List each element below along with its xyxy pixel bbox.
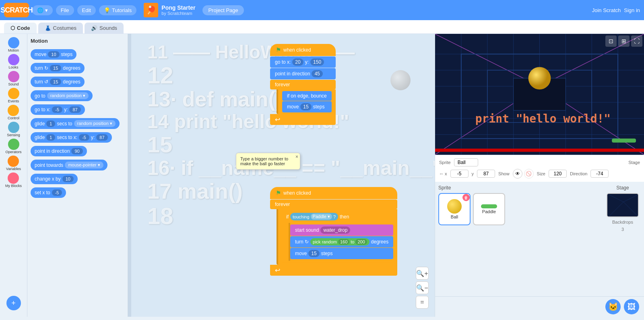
ball-icon [447, 199, 462, 214]
zoom-reset-btn[interactable]: = [416, 296, 429, 309]
sprite-label: Sprite [439, 160, 451, 165]
bounce-block[interactable]: if on edge, bounce [282, 91, 332, 101]
zoom-in-btn[interactable]: 🔍+ [416, 267, 429, 280]
turn-random-block[interactable]: turn ↻ pick random 160 to 200 degrees [290, 236, 393, 247]
main-area: Motion Looks Sound Events Control [0, 34, 644, 317]
goto-xy-block[interactable]: go to x: 20 y: 150 [270, 56, 336, 68]
sounds-icon: 🔊 [91, 25, 97, 31]
svg-rect-27 [435, 149, 644, 152]
code-icon: ⬡ [10, 25, 15, 31]
block-goto-xy[interactable]: go to x: -5 y: 87 [31, 103, 124, 116]
block-turn-ccw[interactable]: turn ↺ 15 degrees [31, 75, 124, 88]
sidebar-item-events[interactable]: Events [8, 88, 19, 103]
sprites-section: Sprite 🗑 Ball Paddle [435, 182, 644, 296]
zoom-out-btn[interactable]: 🔍− [416, 281, 429, 294]
block-glide-xy[interactable]: glide 1 secs to x: -5 y: 87 [31, 131, 124, 144]
sidebar-item-operators[interactable]: Operators [5, 139, 21, 154]
categories-sidebar: Motion Looks Sound Events Control [0, 34, 27, 317]
y-field[interactable] [477, 170, 495, 178]
block-glide-to[interactable]: glide 1 secs to random position ▾ [31, 117, 124, 130]
direction-label: Direction [570, 171, 587, 176]
if-touching-block[interactable]: if touching Paddle ▾ ? then [282, 211, 393, 222]
size-label: Size [537, 171, 545, 176]
block-set-x[interactable]: set x to -5 [31, 186, 124, 199]
add-extension-btn[interactable]: + [6, 296, 21, 314]
svg-rect-29 [607, 194, 639, 217]
size-field[interactable] [549, 170, 567, 178]
sound-val[interactable]: water_drop [320, 226, 350, 234]
add-sprite-btn[interactable]: 🐱 [605, 299, 621, 314]
stage-area: print "hello world!" ⊡ ⊞ ⛶ Sprite Stage [435, 34, 644, 317]
stage-svg: print "hello world!" [435, 34, 644, 155]
project-title[interactable]: Pong Starter [161, 4, 195, 11]
sprite-list-label: Sprite [438, 185, 601, 191]
stage-small-btn[interactable]: ⊡ [605, 35, 617, 47]
stage-thumb-panel: Stage Backdrops 3 [605, 185, 641, 293]
x-field[interactable] [450, 170, 469, 178]
point-dir-val[interactable]: 45 [312, 70, 322, 77]
move-steps-val-2[interactable]: 15 [308, 250, 319, 257]
globe-btn[interactable]: 🌐 ▾ [32, 5, 53, 15]
svg-point-25 [528, 67, 551, 89]
edit-btn[interactable]: Edit [77, 5, 96, 15]
stage-thumb[interactable] [607, 193, 639, 217]
sidebar-item-motion[interactable]: Motion [8, 37, 19, 52]
file-btn[interactable]: File [56, 5, 74, 15]
block-turn-cw[interactable]: turn ↻ 15 degrees [31, 62, 124, 75]
tooltip-close-btn[interactable]: × [295, 154, 298, 160]
sidebar-item-sound[interactable]: Sound [8, 71, 19, 86]
move-15-block-2[interactable]: move 15 steps [290, 248, 393, 259]
hide-eye-btn[interactable]: 🚫 [524, 169, 534, 179]
sidebar-item-looks[interactable]: Looks [8, 54, 19, 69]
add-backdrop-btn[interactable]: 🖼 [624, 299, 639, 314]
show-label: Show [498, 171, 510, 176]
direction-field[interactable] [590, 170, 609, 178]
tutorials-btn[interactable]: 💡 Tutorials [99, 5, 136, 15]
sidebar-item-myblocks[interactable]: My Blocks [5, 172, 22, 188]
delete-ball-btn[interactable]: 🗑 [462, 194, 470, 201]
stage-top-controls: ⊡ ⊞ ⛶ [605, 35, 642, 47]
sprite-card-paddle[interactable]: Paddle [473, 193, 505, 225]
forever-block-2[interactable]: forever [270, 199, 397, 209]
script-group-1: ⚑ when clicked go to x: 20 y: 150 point … [270, 44, 336, 125]
block-move-steps[interactable]: move 10 steps [31, 48, 124, 61]
stage-fullscreen-btn[interactable]: ⛶ [631, 35, 642, 47]
block-point-dir[interactable]: point in direction 90 [31, 145, 124, 158]
tab-code[interactable]: ⬡ Code [4, 23, 37, 33]
tab-sounds[interactable]: 🔊 Sounds [85, 23, 124, 33]
join-link[interactable]: Join Scratch [592, 7, 621, 13]
block-change-x[interactable]: change x by 10 [31, 172, 124, 185]
sidebar-item-variables[interactable]: Variables [6, 156, 21, 171]
sprite-card-ball[interactable]: 🗑 Ball [438, 193, 471, 225]
start-sound-block[interactable]: start sound water_drop [290, 224, 393, 236]
when-flag-clicked-1[interactable]: ⚑ when clicked [270, 44, 336, 56]
project-thumb: 🏓 [144, 3, 158, 17]
sidebar-item-sensing[interactable]: Sensing [7, 122, 20, 137]
forever-block-1[interactable]: forever [270, 80, 336, 89]
sidebar-item-control[interactable]: Control [8, 105, 19, 120]
goto-y-val[interactable]: 150 [310, 58, 324, 66]
stage-medium-btn[interactable]: ⊞ [618, 35, 630, 47]
script-area[interactable]: 11 —— HelloWorld —— 12 13· def main(): 1… [131, 34, 435, 317]
block-point-towards[interactable]: point towards mouse-pointer ▾ [31, 158, 124, 172]
top-nav: SCRATCH 🌐 ▾ File Edit 💡 Tutorials 🏓 Pong… [0, 0, 644, 20]
pick-random-condition[interactable]: pick random 160 to 200 [310, 238, 369, 245]
goto-x-val[interactable]: 20 [292, 58, 303, 66]
project-page-btn[interactable]: Project Page [202, 5, 244, 15]
nav-right: Join Scratch Sign in [592, 7, 640, 13]
sprite-name-field[interactable] [454, 158, 478, 166]
editor-tabs: ⬡ Code 👗 Costumes 🔊 Sounds [0, 20, 644, 34]
move-15-block-1[interactable]: move 15 steps [282, 101, 332, 112]
touching-condition[interactable]: touching Paddle ▾ ? [290, 213, 338, 220]
move-steps-val-1[interactable]: 15 [300, 103, 311, 110]
tooltip-bubble: × Type a bigger number to make the ball … [236, 153, 300, 170]
tab-costumes[interactable]: 👗 Costumes [38, 23, 83, 33]
tooltip-text: Type a bigger number to make the ball go… [240, 156, 288, 166]
point-dir-block[interactable]: point in direction 45 [270, 68, 336, 79]
panel-divider [128, 34, 131, 317]
when-flag-clicked-2[interactable]: ⚑ when clicked [270, 187, 397, 199]
sign-in-link[interactable]: Sign in [624, 7, 640, 13]
show-eye-btn[interactable]: 👁 [513, 169, 522, 179]
block-goto[interactable]: go to random position ▾ [31, 89, 124, 102]
scratch-logo[interactable]: SCRATCH [4, 3, 29, 17]
